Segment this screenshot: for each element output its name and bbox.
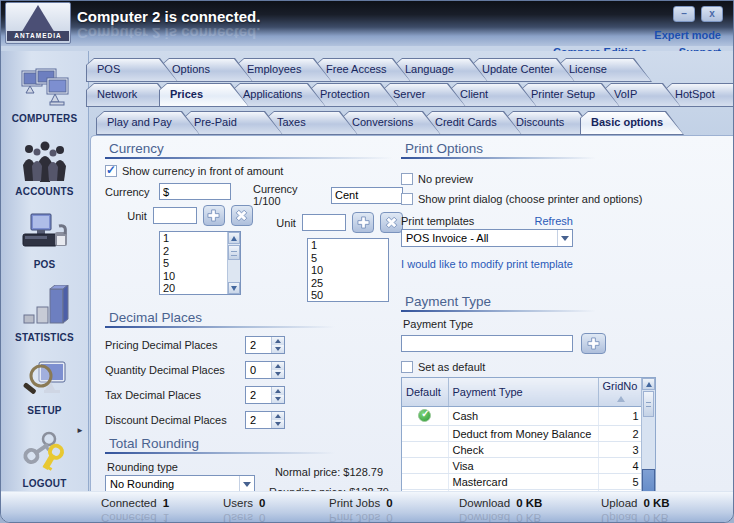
app-window: ANTAMEDIA Computer 2 is connected. Compu… (0, 0, 734, 523)
set-as-default-checkbox[interactable] (401, 361, 413, 373)
pricing-decimal-label: Pricing Decimal Places (105, 339, 245, 351)
sidebar-label: STATISTICS (15, 332, 74, 343)
table-row[interactable]: Check3 (402, 442, 643, 458)
window-title-reflection: Computer 2 is connected. (77, 25, 260, 42)
tab-row-settings: Network Prices Applications Protection S… (86, 83, 734, 107)
scroll-down-icon[interactable] (228, 282, 240, 294)
print-options-heading: Print Options (401, 141, 701, 156)
table-scrollbar[interactable] (641, 378, 655, 503)
list-scrollbar[interactable] (227, 232, 240, 294)
rounding-type-label: Rounding type (107, 461, 255, 473)
table-row[interactable]: Visa4 (402, 458, 643, 474)
tab-employees[interactable]: Employees (236, 58, 332, 82)
table-row[interactable]: Cash1 (402, 407, 643, 426)
tax-decimal-label: Tax Decimal Places (105, 389, 245, 401)
sidebar-item-statistics[interactable]: STATISTICS (1, 272, 88, 343)
sidebar-item-computers[interactable]: COMPUTERS (1, 53, 88, 124)
list-item[interactable]: 10 (163, 270, 227, 283)
sidebar-label: ACCOUNTS (15, 186, 73, 197)
tab-printer-setup[interactable]: Printer Setup (520, 83, 620, 107)
spin-up-icon[interactable] (272, 337, 284, 345)
table-row[interactable]: Mastercard5 (402, 474, 643, 490)
table-row[interactable]: Deduct from Money Balance2 (402, 426, 643, 442)
list-item[interactable]: 10 (311, 264, 388, 277)
col-header-gridno[interactable]: GridNo (598, 378, 643, 407)
unit-list-right[interactable]: 1 5 10 25 50 (307, 238, 389, 302)
sidebar-item-logout[interactable]: LOGOUT (1, 418, 88, 489)
list-item[interactable]: 50 (311, 289, 388, 302)
scroll-thumb[interactable] (643, 391, 654, 417)
tab-conversions[interactable]: Conversions (341, 111, 441, 135)
list-item[interactable]: 1 (311, 239, 388, 252)
spin-down-icon[interactable] (272, 395, 284, 403)
tab-credit-cards[interactable]: Credit Cards (424, 111, 522, 135)
scroll-up-icon[interactable] (642, 378, 655, 390)
decimal-places-heading: Decimal Places (105, 310, 393, 325)
delete-unit-left-button[interactable] (231, 205, 253, 226)
list-item[interactable]: 25 (311, 277, 388, 290)
unit-input-right[interactable] (302, 214, 346, 231)
status-bar: Connected1 Users0 Print Jobs0 Download0 … (1, 491, 733, 522)
chevron-down-icon (239, 476, 254, 492)
add-payment-type-button[interactable] (581, 333, 606, 354)
modify-template-link[interactable]: I would like to modify print template (401, 258, 573, 270)
currency-input[interactable] (159, 183, 231, 200)
default-check-icon (418, 409, 431, 422)
list-item[interactable]: 5 (311, 252, 388, 265)
print-template-select[interactable]: POS Invoice - All (401, 229, 573, 247)
tab-pre-paid[interactable]: Pre-Paid (183, 111, 283, 135)
unit-label-right: Unit (253, 217, 296, 229)
list-item[interactable]: 20 (163, 282, 227, 295)
col-header-payment-type[interactable]: Payment Type (448, 378, 598, 407)
sidebar-item-accounts[interactable]: ACCOUNTS (1, 126, 88, 197)
list-item[interactable]: 5 (163, 257, 227, 270)
unit-list-left[interactable]: 1 2 5 10 20 (159, 231, 241, 295)
status-reflection: Print Jobs0 (329, 512, 393, 523)
status-users: Users0 (223, 497, 265, 509)
quantity-decimal-label: Quantity Decimal Places (105, 364, 245, 376)
tab-free-access[interactable]: Free Access (315, 58, 411, 82)
scroll-up-icon[interactable] (228, 232, 240, 244)
no-preview-checkbox[interactable] (401, 173, 413, 185)
tab-update-center[interactable]: Update Center (471, 58, 575, 82)
tab-basic-options[interactable]: Basic options (580, 111, 684, 135)
discount-decimal-spinner[interactable]: 2 (245, 411, 285, 429)
payment-type-table: Default Payment Type GridNo Cash1 Deduct… (401, 377, 656, 504)
pricing-decimal-spinner[interactable]: 2 (245, 336, 285, 354)
spin-up-icon[interactable] (272, 412, 284, 420)
delete-unit-right-button[interactable] (380, 212, 403, 233)
scroll-thumb[interactable] (228, 245, 240, 260)
minimize-button[interactable]: – (673, 6, 695, 22)
set-as-default-label: Set as default (418, 361, 485, 373)
show-currency-checkbox[interactable] (105, 165, 117, 177)
spin-down-icon[interactable] (272, 345, 284, 353)
tab-play-and-pay[interactable]: Play and Pay (96, 111, 200, 135)
col-header-default[interactable]: Default (402, 378, 448, 407)
add-unit-right-button[interactable] (352, 212, 375, 233)
list-item[interactable]: 1 (163, 232, 227, 245)
expert-mode-link[interactable]: Expert mode (654, 29, 721, 41)
refresh-link[interactable]: Refresh (534, 215, 573, 227)
spin-up-icon[interactable] (272, 387, 284, 395)
currency100-input[interactable] (331, 187, 403, 204)
add-unit-left-button[interactable] (203, 205, 225, 226)
tab-prices[interactable]: Prices (159, 83, 249, 107)
tab-pos[interactable]: POS (86, 58, 178, 82)
tax-decimal-spinner[interactable]: 2 (245, 386, 285, 404)
sidebar-expand-arrow[interactable]: ► (76, 426, 84, 435)
sidebar-label: LOGOUT (23, 478, 67, 489)
show-print-dialog-checkbox[interactable] (401, 193, 413, 205)
sidebar-item-setup[interactable]: SETUP (1, 345, 88, 416)
unit-input-left[interactable] (153, 207, 197, 224)
show-print-dialog-label: Show print dialog (choose printer and op… (418, 193, 642, 205)
payment-type-field-label: Payment Type (403, 318, 701, 330)
list-item[interactable]: 2 (163, 245, 227, 258)
close-button[interactable]: x (701, 6, 723, 22)
spin-down-icon[interactable] (272, 420, 284, 428)
payment-type-input[interactable] (401, 335, 573, 352)
spin-up-icon[interactable] (272, 362, 284, 370)
spin-down-icon[interactable] (272, 370, 284, 378)
sidebar-item-pos[interactable]: POS (1, 199, 88, 270)
quantity-decimal-spinner[interactable]: 0 (245, 361, 285, 379)
accounts-icon (19, 138, 71, 184)
